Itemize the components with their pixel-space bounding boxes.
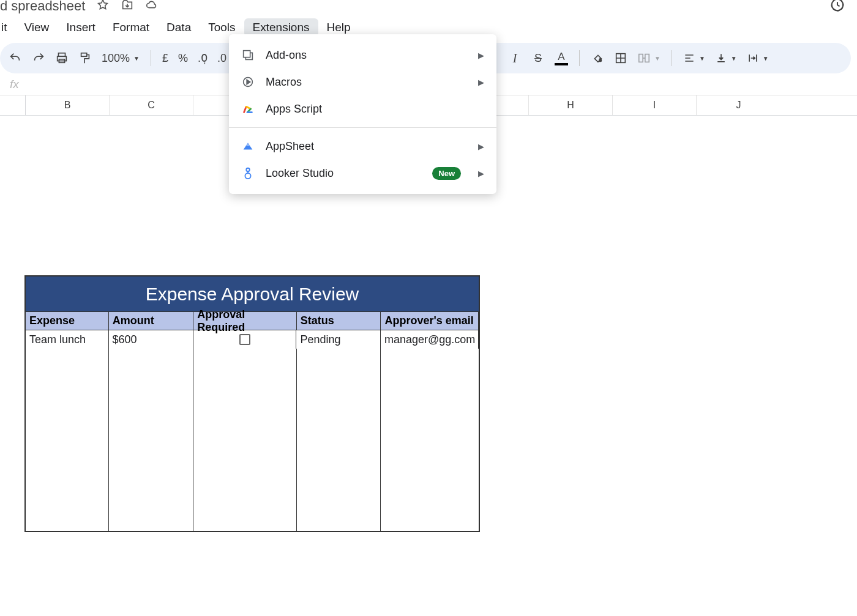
submenu-arrow-icon: ▶ bbox=[478, 78, 484, 87]
menu-label: AppSheet bbox=[266, 140, 314, 153]
svg-marker-18 bbox=[247, 80, 250, 84]
menu-view[interactable]: View bbox=[16, 18, 58, 37]
text-color-button[interactable]: A bbox=[551, 48, 572, 69]
table-row: Team lunch $600 Pending manager@gg.com bbox=[26, 330, 479, 349]
new-badge: New bbox=[432, 167, 461, 180]
italic-button[interactable]: I bbox=[504, 48, 525, 69]
strikethrough-button[interactable]: S bbox=[528, 48, 548, 69]
svg-rect-8 bbox=[639, 54, 643, 62]
svg-point-19 bbox=[246, 168, 250, 172]
col-header[interactable]: B bbox=[26, 95, 110, 115]
menu-label: Macros bbox=[266, 76, 302, 89]
menu-label: Add-ons bbox=[266, 49, 307, 62]
submenu-arrow-icon: ▶ bbox=[478, 142, 484, 151]
percent-button[interactable]: % bbox=[174, 52, 192, 65]
apps-script-icon bbox=[241, 102, 255, 116]
document-title[interactable]: d spreadsheet bbox=[0, 0, 85, 14]
cloud-status-icon[interactable] bbox=[145, 0, 159, 14]
col-approval: Approval Required bbox=[193, 312, 297, 330]
print-icon[interactable] bbox=[51, 48, 72, 69]
borders-button[interactable] bbox=[610, 48, 631, 69]
addons-icon bbox=[241, 48, 255, 62]
menu-edit[interactable]: it bbox=[0, 18, 16, 37]
cell-email[interactable]: manager@gg.com bbox=[381, 330, 479, 349]
move-icon[interactable] bbox=[121, 0, 134, 14]
paint-format-icon[interactable] bbox=[75, 48, 95, 69]
zoom-select[interactable]: 100%▼ bbox=[98, 52, 143, 65]
fx-icon: fx bbox=[0, 78, 29, 91]
table-title: Expense Approval Review bbox=[26, 276, 479, 312]
merge-cells-button[interactable]: ▼ bbox=[634, 51, 664, 65]
decrease-decimal-button[interactable]: .0̩ bbox=[194, 51, 211, 65]
looker-icon bbox=[241, 166, 255, 180]
menu-item-addons[interactable]: Add-ons ▶ bbox=[229, 42, 496, 69]
menu-data[interactable]: Data bbox=[158, 18, 200, 37]
cell-approval[interactable] bbox=[193, 330, 296, 349]
cell-status[interactable]: Pending bbox=[296, 330, 381, 349]
svg-rect-4 bbox=[81, 53, 87, 57]
star-icon[interactable] bbox=[96, 0, 110, 14]
svg-point-20 bbox=[245, 173, 250, 179]
select-all-corner[interactable] bbox=[0, 95, 26, 115]
currency-button[interactable]: £ bbox=[159, 52, 172, 65]
fill-color-button[interactable] bbox=[587, 48, 608, 69]
col-status: Status bbox=[297, 312, 381, 330]
col-header[interactable]: J bbox=[697, 95, 780, 115]
submenu-arrow-icon: ▶ bbox=[478, 51, 484, 60]
submenu-arrow-icon: ▶ bbox=[478, 169, 484, 178]
svg-rect-16 bbox=[244, 51, 250, 58]
text-wrap-button[interactable]: ▼ bbox=[743, 52, 773, 64]
menu-item-looker-studio[interactable]: Looker Studio New ▶ bbox=[229, 160, 496, 187]
menu-item-apps-script[interactable]: Apps Script bbox=[229, 95, 496, 122]
expense-table: Expense Approval Review Expense Amount A… bbox=[24, 275, 480, 532]
svg-rect-9 bbox=[645, 54, 649, 62]
menu-item-macros[interactable]: Macros ▶ bbox=[229, 69, 496, 95]
cell-expense[interactable]: Team lunch bbox=[26, 330, 109, 349]
col-header[interactable]: I bbox=[613, 95, 697, 115]
vertical-align-button[interactable]: ▼ bbox=[711, 52, 741, 64]
redo-icon[interactable] bbox=[28, 48, 49, 69]
col-expense: Expense bbox=[26, 312, 109, 330]
appsheet-icon bbox=[241, 139, 255, 153]
menu-insert[interactable]: Insert bbox=[58, 18, 104, 37]
undo-icon[interactable] bbox=[5, 48, 26, 69]
col-header[interactable]: C bbox=[110, 95, 193, 115]
col-header[interactable]: H bbox=[529, 95, 613, 115]
history-icon[interactable] bbox=[829, 0, 846, 16]
macro-icon bbox=[241, 75, 255, 89]
extensions-dropdown: Add-ons ▶ Macros ▶ Apps Script AppSheet … bbox=[229, 34, 496, 194]
cell-amount[interactable]: $600 bbox=[109, 330, 194, 349]
col-amount: Amount bbox=[109, 312, 194, 330]
menu-label: Apps Script bbox=[266, 103, 322, 116]
checkbox-icon[interactable] bbox=[239, 334, 250, 345]
increase-decimal-button[interactable]: .0 bbox=[214, 52, 230, 65]
table-header-row: Expense Amount Approval Required Status … bbox=[26, 312, 479, 330]
menu-format[interactable]: Format bbox=[104, 18, 158, 37]
col-email: Approver's email bbox=[381, 312, 479, 330]
menu-item-appsheet[interactable]: AppSheet ▶ bbox=[229, 133, 496, 160]
menu-label: Looker Studio bbox=[266, 167, 334, 180]
horizontal-align-button[interactable]: ▼ bbox=[679, 52, 709, 64]
